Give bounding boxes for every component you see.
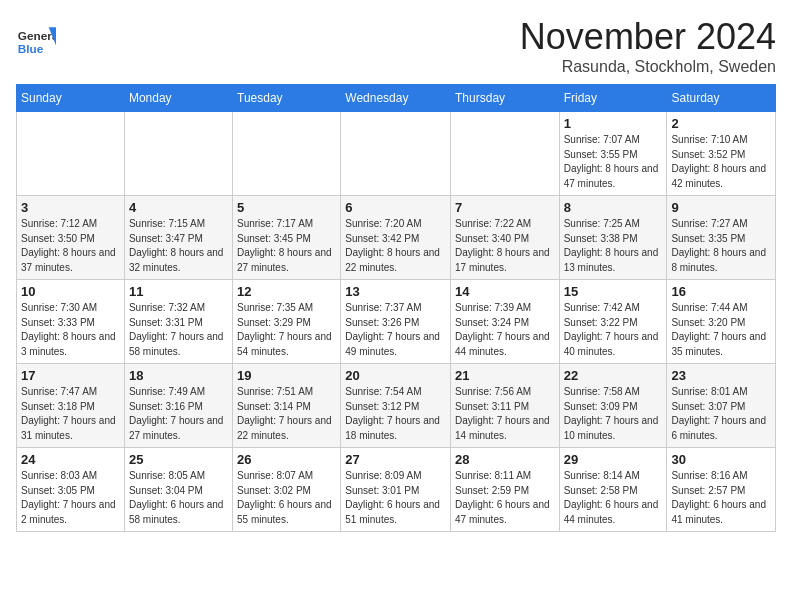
day-info: Sunrise: 7:15 AM Sunset: 3:47 PM Dayligh… bbox=[129, 217, 228, 275]
day-info: Sunrise: 8:05 AM Sunset: 3:04 PM Dayligh… bbox=[129, 469, 228, 527]
day-cell: 1Sunrise: 7:07 AM Sunset: 3:55 PM Daylig… bbox=[559, 112, 667, 196]
day-info: Sunrise: 7:49 AM Sunset: 3:16 PM Dayligh… bbox=[129, 385, 228, 443]
day-cell: 22Sunrise: 7:58 AM Sunset: 3:09 PM Dayli… bbox=[559, 364, 667, 448]
day-cell: 3Sunrise: 7:12 AM Sunset: 3:50 PM Daylig… bbox=[17, 196, 125, 280]
day-cell: 4Sunrise: 7:15 AM Sunset: 3:47 PM Daylig… bbox=[124, 196, 232, 280]
week-row-2: 3Sunrise: 7:12 AM Sunset: 3:50 PM Daylig… bbox=[17, 196, 776, 280]
day-info: Sunrise: 7:10 AM Sunset: 3:52 PM Dayligh… bbox=[671, 133, 771, 191]
day-info: Sunrise: 7:47 AM Sunset: 3:18 PM Dayligh… bbox=[21, 385, 120, 443]
calendar-title: November 2024 bbox=[520, 16, 776, 58]
day-cell: 24Sunrise: 8:03 AM Sunset: 3:05 PM Dayli… bbox=[17, 448, 125, 532]
day-cell bbox=[124, 112, 232, 196]
day-info: Sunrise: 7:17 AM Sunset: 3:45 PM Dayligh… bbox=[237, 217, 336, 275]
week-row-3: 10Sunrise: 7:30 AM Sunset: 3:33 PM Dayli… bbox=[17, 280, 776, 364]
day-number: 16 bbox=[671, 284, 771, 299]
day-cell: 19Sunrise: 7:51 AM Sunset: 3:14 PM Dayli… bbox=[233, 364, 341, 448]
day-info: Sunrise: 7:54 AM Sunset: 3:12 PM Dayligh… bbox=[345, 385, 446, 443]
header-row: Sunday Monday Tuesday Wednesday Thursday… bbox=[17, 85, 776, 112]
day-info: Sunrise: 7:58 AM Sunset: 3:09 PM Dayligh… bbox=[564, 385, 663, 443]
col-thursday: Thursday bbox=[451, 85, 560, 112]
day-info: Sunrise: 8:09 AM Sunset: 3:01 PM Dayligh… bbox=[345, 469, 446, 527]
day-info: Sunrise: 7:22 AM Sunset: 3:40 PM Dayligh… bbox=[455, 217, 555, 275]
title-area: November 2024 Rasunda, Stockholm, Sweden bbox=[520, 16, 776, 76]
day-cell: 25Sunrise: 8:05 AM Sunset: 3:04 PM Dayli… bbox=[124, 448, 232, 532]
week-row-5: 24Sunrise: 8:03 AM Sunset: 3:05 PM Dayli… bbox=[17, 448, 776, 532]
day-number: 8 bbox=[564, 200, 663, 215]
day-number: 18 bbox=[129, 368, 228, 383]
day-info: Sunrise: 7:32 AM Sunset: 3:31 PM Dayligh… bbox=[129, 301, 228, 359]
day-number: 25 bbox=[129, 452, 228, 467]
day-number: 10 bbox=[21, 284, 120, 299]
week-row-1: 1Sunrise: 7:07 AM Sunset: 3:55 PM Daylig… bbox=[17, 112, 776, 196]
col-wednesday: Wednesday bbox=[341, 85, 451, 112]
day-info: Sunrise: 8:03 AM Sunset: 3:05 PM Dayligh… bbox=[21, 469, 120, 527]
day-cell: 18Sunrise: 7:49 AM Sunset: 3:16 PM Dayli… bbox=[124, 364, 232, 448]
day-number: 27 bbox=[345, 452, 446, 467]
day-info: Sunrise: 8:07 AM Sunset: 3:02 PM Dayligh… bbox=[237, 469, 336, 527]
day-cell: 14Sunrise: 7:39 AM Sunset: 3:24 PM Dayli… bbox=[451, 280, 560, 364]
day-number: 14 bbox=[455, 284, 555, 299]
day-number: 28 bbox=[455, 452, 555, 467]
col-friday: Friday bbox=[559, 85, 667, 112]
col-saturday: Saturday bbox=[667, 85, 776, 112]
day-cell: 23Sunrise: 8:01 AM Sunset: 3:07 PM Dayli… bbox=[667, 364, 776, 448]
day-number: 1 bbox=[564, 116, 663, 131]
col-sunday: Sunday bbox=[17, 85, 125, 112]
day-info: Sunrise: 7:25 AM Sunset: 3:38 PM Dayligh… bbox=[564, 217, 663, 275]
day-number: 4 bbox=[129, 200, 228, 215]
day-info: Sunrise: 8:01 AM Sunset: 3:07 PM Dayligh… bbox=[671, 385, 771, 443]
day-number: 3 bbox=[21, 200, 120, 215]
day-number: 13 bbox=[345, 284, 446, 299]
day-number: 9 bbox=[671, 200, 771, 215]
day-number: 17 bbox=[21, 368, 120, 383]
day-number: 12 bbox=[237, 284, 336, 299]
day-info: Sunrise: 7:37 AM Sunset: 3:26 PM Dayligh… bbox=[345, 301, 446, 359]
day-number: 7 bbox=[455, 200, 555, 215]
day-info: Sunrise: 7:12 AM Sunset: 3:50 PM Dayligh… bbox=[21, 217, 120, 275]
day-info: Sunrise: 7:35 AM Sunset: 3:29 PM Dayligh… bbox=[237, 301, 336, 359]
day-cell: 16Sunrise: 7:44 AM Sunset: 3:20 PM Dayli… bbox=[667, 280, 776, 364]
day-cell: 2Sunrise: 7:10 AM Sunset: 3:52 PM Daylig… bbox=[667, 112, 776, 196]
day-info: Sunrise: 8:16 AM Sunset: 2:57 PM Dayligh… bbox=[671, 469, 771, 527]
day-cell bbox=[233, 112, 341, 196]
day-cell: 26Sunrise: 8:07 AM Sunset: 3:02 PM Dayli… bbox=[233, 448, 341, 532]
day-cell: 6Sunrise: 7:20 AM Sunset: 3:42 PM Daylig… bbox=[341, 196, 451, 280]
day-cell bbox=[17, 112, 125, 196]
day-info: Sunrise: 7:51 AM Sunset: 3:14 PM Dayligh… bbox=[237, 385, 336, 443]
day-cell: 12Sunrise: 7:35 AM Sunset: 3:29 PM Dayli… bbox=[233, 280, 341, 364]
day-info: Sunrise: 7:42 AM Sunset: 3:22 PM Dayligh… bbox=[564, 301, 663, 359]
day-info: Sunrise: 7:27 AM Sunset: 3:35 PM Dayligh… bbox=[671, 217, 771, 275]
day-number: 30 bbox=[671, 452, 771, 467]
day-number: 5 bbox=[237, 200, 336, 215]
day-cell: 29Sunrise: 8:14 AM Sunset: 2:58 PM Dayli… bbox=[559, 448, 667, 532]
day-cell: 21Sunrise: 7:56 AM Sunset: 3:11 PM Dayli… bbox=[451, 364, 560, 448]
day-info: Sunrise: 7:30 AM Sunset: 3:33 PM Dayligh… bbox=[21, 301, 120, 359]
day-number: 21 bbox=[455, 368, 555, 383]
day-info: Sunrise: 7:07 AM Sunset: 3:55 PM Dayligh… bbox=[564, 133, 663, 191]
day-number: 6 bbox=[345, 200, 446, 215]
col-monday: Monday bbox=[124, 85, 232, 112]
day-cell: 13Sunrise: 7:37 AM Sunset: 3:26 PM Dayli… bbox=[341, 280, 451, 364]
day-number: 24 bbox=[21, 452, 120, 467]
day-cell: 8Sunrise: 7:25 AM Sunset: 3:38 PM Daylig… bbox=[559, 196, 667, 280]
calendar-subtitle: Rasunda, Stockholm, Sweden bbox=[520, 58, 776, 76]
day-info: Sunrise: 7:44 AM Sunset: 3:20 PM Dayligh… bbox=[671, 301, 771, 359]
day-number: 22 bbox=[564, 368, 663, 383]
day-cell: 15Sunrise: 7:42 AM Sunset: 3:22 PM Dayli… bbox=[559, 280, 667, 364]
header: General Blue November 2024 Rasunda, Stoc… bbox=[16, 16, 776, 76]
day-number: 20 bbox=[345, 368, 446, 383]
svg-text:Blue: Blue bbox=[18, 42, 44, 56]
logo: General Blue bbox=[16, 20, 60, 60]
day-cell: 27Sunrise: 8:09 AM Sunset: 3:01 PM Dayli… bbox=[341, 448, 451, 532]
day-number: 11 bbox=[129, 284, 228, 299]
day-number: 15 bbox=[564, 284, 663, 299]
day-cell bbox=[451, 112, 560, 196]
calendar-table: Sunday Monday Tuesday Wednesday Thursday… bbox=[16, 84, 776, 532]
day-number: 23 bbox=[671, 368, 771, 383]
day-cell bbox=[341, 112, 451, 196]
day-number: 29 bbox=[564, 452, 663, 467]
calendar-header: Sunday Monday Tuesday Wednesday Thursday… bbox=[17, 85, 776, 112]
col-tuesday: Tuesday bbox=[233, 85, 341, 112]
calendar-body: 1Sunrise: 7:07 AM Sunset: 3:55 PM Daylig… bbox=[17, 112, 776, 532]
day-cell: 30Sunrise: 8:16 AM Sunset: 2:57 PM Dayli… bbox=[667, 448, 776, 532]
